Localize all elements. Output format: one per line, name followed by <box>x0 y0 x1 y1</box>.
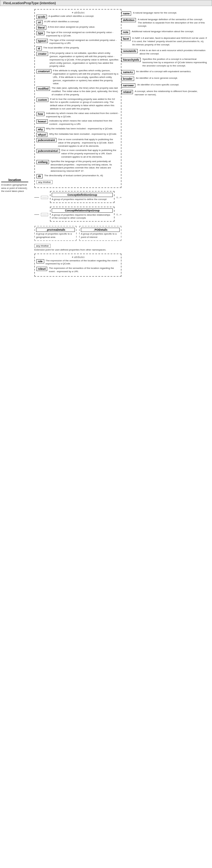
attributes-header: ✦ attributes <box>36 11 119 14</box>
concept-rel-group-row: —— ConceptRelationshipsGroup A group of … <box>34 207 121 223</box>
field-related-row: related A concept, where the relationshi… <box>121 90 207 97</box>
attr-how-badge: how <box>36 112 44 116</box>
multiplicity-rel-right: 0...∞ <box>116 213 121 216</box>
attr-howuri: howuri Indicates by which means the valu… <box>36 119 119 126</box>
field-facet-badge: facet <box>121 37 130 41</box>
field-remoteinfo-row: remoteInfo A link to an item at a web re… <box>121 49 207 56</box>
connector-left-rel <box>34 214 39 215</box>
right-column: name A natural language name for the con… <box>121 9 207 278</box>
attr-why-desc: Why the metadata has been included - exp… <box>46 127 113 130</box>
attr-uri: uri A URI which identifies a concept. <box>36 20 119 24</box>
field-hierarchyinfo-badge: hierarchyInfo <box>121 58 141 62</box>
field-facet-row: facet In NAR 1.8 and later, facet is dep… <box>121 37 207 46</box>
page-title: FlexLocationPropType (intention) <box>0 0 212 6</box>
field-definition-badge: definition <box>121 18 136 22</box>
field-related-badge: related <box>121 90 133 94</box>
area-poi-row: _proAreaDetails A group of properties sp… <box>34 225 121 242</box>
extension-any: any ##other <box>36 180 119 185</box>
field-narrower-row: narrower An identifier of a more specifi… <box>121 83 207 88</box>
attr-why-badge: why <box>36 127 44 131</box>
concept-relationships-group: ConceptRelationshipsGroup A group of pro… <box>50 207 115 222</box>
field-note-row: note Additional natural language informa… <box>121 30 207 34</box>
field-hierarchyinfo-row: hierarchyInfo Specifies the position of … <box>121 58 207 67</box>
field-hierarchyinfo-desc: Specifies the position of a concept in a… <box>143 58 207 67</box>
attr-id-badge: id <box>36 46 42 51</box>
field-note-desc: Additional natural language information … <box>132 30 194 33</box>
attr-creator-badge: creator <box>36 52 48 56</box>
field-name-row: name A natural language name for the con… <box>121 11 207 16</box>
attr-custom-badge: custom <box>36 98 49 102</box>
attr-pubconstrainturi: pubconstrainturi One or more constraints… <box>36 149 119 158</box>
center-column: ✦ attributes qcode A qualified code whic… <box>34 9 121 278</box>
field-note-badge: note <box>121 30 130 34</box>
poi-label: _POIDetails <box>81 228 120 232</box>
field-broader-row: broader An identifier of a more general … <box>121 77 207 81</box>
attr-custom: custom If set to true the corresponding … <box>36 98 119 111</box>
attr-pubconstrainturi-badge: pubconstrainturi <box>36 149 60 153</box>
attr-qcode-desc: A qualified code which identifies a conc… <box>49 15 94 18</box>
attr-dir-badge: dir <box>36 174 43 178</box>
attr-modified-badge: modified <box>36 87 50 91</box>
field-narrower-desc: An identifier of a more specific concept… <box>137 83 179 87</box>
attr-literal: literal A free-text value assigned as pr… <box>36 26 119 30</box>
field-remoteinfo-badge: remoteInfo <box>121 49 138 53</box>
concept-def-group-row: —— ConceptDefinitionGroup A group of pro… <box>34 191 121 204</box>
multiplicity-def-right: 0...∞ <box>116 196 121 199</box>
concept-def-group-desc: A group of properties required to define… <box>52 198 113 201</box>
concept-rel-group-desc: A group of properties required to descri… <box>52 214 113 220</box>
field-name-desc: A natural language name for the concept. <box>133 11 177 15</box>
attr-howuri-desc: Indicates by which means the value was e… <box>49 119 119 126</box>
field-broader-badge: broader <box>121 77 134 81</box>
concept-definition-group: ConceptDefinitionGroup A group of proper… <box>50 191 115 203</box>
attr-role-desc: The expression of the semantics of the l… <box>46 259 119 266</box>
attr-pubconstraint-badge: pubconstraint <box>36 138 57 142</box>
attr-typeuri-desc: The type of the concept assigned as cont… <box>49 39 119 45</box>
proarea-details: _proAreaDetails A group of properties sp… <box>34 226 77 241</box>
concept-rel-group-label: ConceptRelationshipsGroup <box>52 209 113 213</box>
poi-details: _POIDetails A group of properties specif… <box>79 226 121 241</box>
attr-typeuri-badge: typeuri <box>36 39 48 43</box>
attr-literal-badge: literal <box>36 26 46 30</box>
extension-any-label: any ##other <box>36 180 53 184</box>
proarea-desc: A group of properties specific to a geog… <box>36 232 75 239</box>
attr-whyuri: whyuri Why the metadata has been exclude… <box>36 133 119 137</box>
field-narrower-badge: narrower <box>121 83 135 88</box>
attr-whyuri-badge: whyuri <box>36 133 48 137</box>
attr-pubconstraint-desc: One or more constraints that apply to pu… <box>58 138 119 148</box>
attr-creatoruri-badge: creatoruri <box>36 69 52 73</box>
multiplicity-rel: —— <box>41 213 48 216</box>
attr-roleuri-desc: The expression of the semantics of the l… <box>49 267 119 273</box>
multiplicity-def: —— <box>41 196 48 199</box>
extension2-desc: Extension point for user-defined propert… <box>34 248 121 252</box>
field-related-desc: A concept, where the relationship is dif… <box>135 90 207 97</box>
attr-id-desc: The local identifier of the property. <box>43 46 80 50</box>
attr-how-desc: Indicates by which means the value was e… <box>46 112 119 119</box>
attr-roleuri: roleuri The expression of the semantics … <box>36 267 119 273</box>
attr-pubconstraint: pubconstraint One or more constraints th… <box>36 138 119 148</box>
attr-creator-desc: If the property value is not editable, s… <box>50 52 119 68</box>
attr-how: how Indicates by which means the value w… <box>36 112 119 119</box>
page-wrapper: FlexLocationPropType (intention) locatio… <box>0 0 212 279</box>
field-sameas-desc: An identifier of a concept with equivale… <box>136 70 191 73</box>
left-column: location A location (geographical area o… <box>1 9 34 278</box>
attr-creator: creator If the property value is not edi… <box>36 52 119 68</box>
attr-xmllang: xmllang Specifies the language of this p… <box>36 160 119 173</box>
location-description: A location (geographical area or point o… <box>1 183 28 193</box>
field-remoteinfo-desc: A link to an item at a web resource whic… <box>140 49 207 56</box>
attr-qcode: qcode A qualified code which identifies … <box>36 15 119 19</box>
attr-qcode-badge: qcode <box>36 15 47 19</box>
attr-typeuri: typeuri The type of the concept assigned… <box>36 39 119 45</box>
attr-custom-desc: If set to true the corresponding propert… <box>50 98 119 111</box>
attr-xmllang-desc: Specifies the language of this property … <box>51 160 119 173</box>
attr-why: why Why the metadata has been included -… <box>36 127 119 131</box>
attr-whyuri-desc: Why the metadata has been excluded - exp… <box>49 133 117 136</box>
concept-def-group-label: ConceptDefinitionGroup <box>52 193 113 197</box>
attributes-box: ✦ attributes qcode A qualified code whic… <box>34 9 121 188</box>
proarea-label: _proAreaDetails <box>36 228 75 232</box>
diagram-area: location A location (geographical area o… <box>0 8 212 279</box>
attr-uri-desc: A URI which identifies a concept. <box>44 20 80 24</box>
field-definition-row: definition A natural language definition… <box>121 18 207 28</box>
attr-type: type The type of the concept assigned as… <box>36 31 119 38</box>
attr-dir: dir The directionality of textual conten… <box>36 174 119 178</box>
attr-modified: modified The date (and, optionally, the … <box>36 87 119 96</box>
